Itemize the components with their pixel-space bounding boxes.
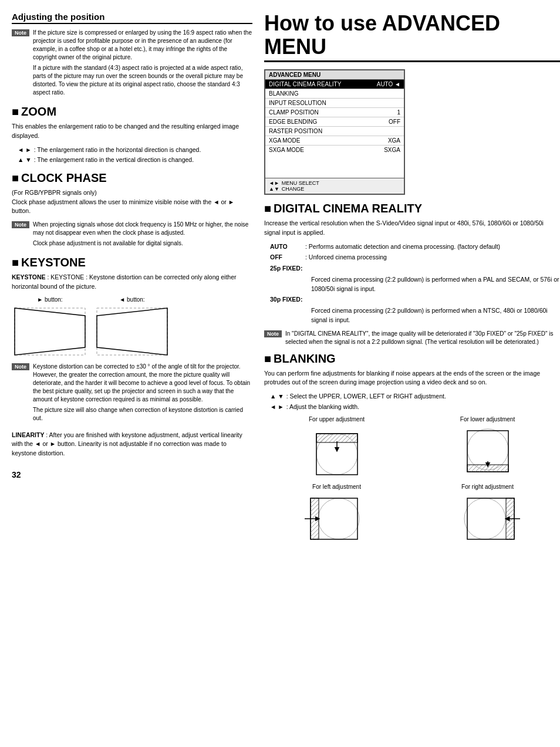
diagram-right: For right adjustment: [415, 484, 560, 545]
keystone-note-2: The picture size will also change when c…: [33, 406, 252, 422]
clock-subtitle: (For RGB/YPBPR signals only) Clock phase…: [12, 188, 252, 216]
def-30p: 30p FIXED:: [270, 295, 560, 305]
zoom-arrow-1: ◄ ► : The enlargement ratio in the horiz…: [18, 146, 252, 154]
zoom-arrow-text-1: : The enlargement ratio in the horizonta…: [34, 146, 201, 154]
adv-footer-label-1: MENU SELECT: [282, 180, 319, 186]
diagram-left-svg: [305, 492, 369, 545]
adv-menu-row-6: XGA MODE XGA: [265, 136, 404, 146]
linearity-desc: After you are finished with keystone adj…: [12, 431, 242, 457]
note-box-1: Note If the picture size is compressed o…: [12, 29, 252, 99]
blanking-arrow-sym-1: ▲ ▼: [270, 392, 284, 401]
adv-menu-row-3: CLAMP POSITION 1: [265, 108, 404, 117]
page-number: 32: [12, 470, 252, 479]
note-text-cinema: In "DIGITAL CINEMA REALITY", the image q…: [285, 330, 560, 346]
note-label-cinema: Note: [264, 330, 282, 337]
svg-marker-1: [15, 308, 85, 355]
diagram-upper-svg: [305, 425, 369, 478]
clock-heading: CLOCK PHASE: [12, 171, 252, 185]
adv-row-0-value: AUTO ◄: [377, 81, 400, 87]
adv-row-5-label: RASTER POSITION: [269, 128, 322, 134]
zoom-arrow-text-2: : The enlargement ratio in the vertical …: [34, 156, 194, 164]
blanking-arrow-2: ◄ ► : Adjust the blanking width.: [270, 403, 560, 411]
keystone-right-label: ► button:: [37, 296, 62, 303]
blanking-arrow-sym-2: ◄ ►: [270, 403, 284, 411]
svg-rect-2: [97, 308, 167, 355]
diagram-lower-svg: [456, 425, 520, 478]
digital-cinema-section: DIGITAL CINEMA REALITY Increase the vert…: [264, 202, 560, 346]
note-label-1: Note: [12, 29, 29, 36]
clock-subtitle-text: (For RGB/YPBPR signals only): [12, 189, 97, 196]
svg-point-15: [318, 498, 359, 539]
diagram-upper: For upper adjustment: [264, 416, 409, 478]
adv-footer-row-1: ◄► MENU SELECT: [269, 180, 400, 186]
left-column: Adjusting the position Note If the pictu…: [12, 12, 264, 735]
left-section-title: Adjusting the position: [12, 12, 252, 24]
linearity-text: LINEARITY : After you are finished with …: [12, 431, 252, 458]
keystone-left-diagram: ◄ button:: [94, 296, 170, 358]
adv-menu-row-2: INPUT RESOLUTION: [265, 99, 404, 108]
adv-menu-row-4: EDGE BLENDING OFF: [265, 117, 404, 127]
svg-point-20: [464, 498, 505, 539]
blanking-section: BLANKING You can perform fine adjustment…: [264, 352, 560, 545]
diagram-left-label: For left adjustment: [312, 484, 361, 490]
adv-row-7-label: SXGA MODE: [269, 147, 304, 153]
note-box-cinema: Note In "DIGITAL CINEMA REALITY", the im…: [264, 330, 560, 346]
adv-menu-row-7: SXGA MODE SXGA: [265, 146, 404, 154]
page: Adjusting the position Note If the pictu…: [0, 0, 560, 747]
clock-note-2: Clock phase adjustment is not available …: [33, 239, 252, 248]
note-text-clock: When projecting signals whose dot clock …: [33, 221, 252, 250]
diagram-upper-label: For upper adjustment: [309, 416, 365, 422]
adv-menu-footer: ◄► MENU SELECT ▲▼ CHANGE: [265, 178, 404, 194]
adv-menu-spacer: [265, 154, 404, 178]
blanking-arrow-1: ▲ ▼ : Select the UPPER, LOWER, LEFT or R…: [270, 392, 560, 401]
blanking-arrow-text-1: : Select the UPPER, LOWER, LEFT or RIGHT…: [286, 392, 446, 401]
adv-row-7-value: SXGA: [384, 147, 400, 153]
adv-row-4-value: OFF: [389, 119, 400, 125]
keystone-desc: KEYSTONE : Keystone distortion can be co…: [12, 273, 237, 290]
diagram-lower: For lower adjustment: [415, 416, 560, 478]
blanking-arrow-text-2: : Adjust the blanking width.: [286, 403, 359, 411]
blanking-heading: BLANKING: [264, 352, 560, 366]
note-box-clock: Note When projecting signals whose dot c…: [12, 221, 252, 250]
clock-body: Clock phase adjustment allows the user t…: [12, 198, 234, 215]
note-box-keystone: Note Keystone distortion can be correcte…: [12, 363, 252, 425]
svg-rect-5: [316, 434, 357, 442]
svg-rect-0: [15, 308, 85, 355]
zoom-arrow-sym-1: ◄ ►: [18, 146, 32, 154]
adv-menu-row-1: BLANKING: [265, 89, 404, 99]
right-column: How to use ADVANCED MENU ADVANCED MENU D…: [264, 12, 560, 735]
digital-cinema-defs: AUTO : Performs automatic detection and …: [270, 242, 560, 325]
adv-row-2-label: INPUT RESOLUTION: [269, 100, 326, 106]
svg-rect-12: [467, 465, 508, 472]
digital-cinema-heading: DIGITAL CINEMA REALITY: [264, 202, 560, 215]
adv-row-4-label: EDGE BLENDING: [269, 119, 317, 125]
note-label-keystone: Note: [12, 363, 29, 370]
adv-footer-label-2: CHANGE: [282, 186, 305, 192]
digital-cinema-body: Increase the vertical resolution when th…: [264, 219, 560, 238]
adv-footer-arrows-1: ◄►: [269, 180, 279, 186]
blanking-body: You can perform fine adjustments for bla…: [264, 369, 560, 388]
def-auto-term: AUTO: [270, 242, 305, 252]
keystone-right-diagram: ► button:: [12, 296, 88, 358]
note-bullet-1-1: If the picture size is compressed or enl…: [33, 29, 252, 62]
zoom-heading: ZOOM: [12, 105, 252, 119]
adv-menu-title: ADVANCED MENU: [265, 70, 404, 80]
def-off: OFF : Unforced cinema processing: [270, 253, 560, 262]
adv-footer-row-2: ▲▼ CHANGE: [269, 186, 400, 192]
def-auto-desc: : Performs automatic detection and cinem…: [305, 242, 500, 252]
keystone-line: KEYSTONE : KEYSTONE : Keystone distortio…: [12, 273, 252, 292]
adv-row-1-label: BLANKING: [269, 90, 299, 97]
diagram-right-svg: [456, 492, 520, 545]
note-text-1: If the picture size is compressed or enl…: [33, 29, 252, 99]
def-25p-indent: Forced cinema processing (2:2 pulldown) …: [311, 275, 560, 294]
keystone-term: KEYSTONE: [12, 273, 46, 280]
adv-row-3-value: 1: [397, 109, 400, 116]
svg-marker-3: [97, 308, 167, 355]
linearity-term: LINEARITY: [12, 431, 44, 438]
diagram-lower-label: For lower adjustment: [460, 416, 515, 422]
keystone-left-label: ◄ button:: [119, 296, 144, 303]
adv-row-0-label: DIGITAL CINEMA REALITY: [269, 81, 341, 87]
diagram-right-label: For right adjustment: [461, 484, 514, 490]
def-auto: AUTO : Performs automatic detection and …: [270, 242, 560, 252]
def-25p: 25p FIXED:: [270, 264, 560, 273]
